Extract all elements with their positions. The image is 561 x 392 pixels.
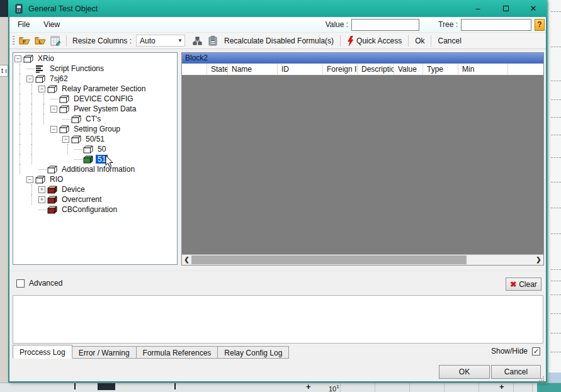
expand-icon[interactable]: + — [38, 186, 45, 193]
tree-item-label: 7sj62 — [48, 74, 70, 83]
menu-file[interactable]: File — [12, 18, 35, 31]
script-icon — [35, 65, 45, 73]
tree-item-50[interactable]: 50 — [14, 144, 176, 154]
collapse-icon[interactable]: − — [50, 126, 57, 133]
scroll-right-arrow-icon[interactable]: ❯ — [534, 255, 543, 265]
grid-sheet-icon[interactable] — [50, 36, 61, 46]
show-hide-checkbox[interactable]: ✓ — [532, 347, 540, 356]
tree-item-script-functions[interactable]: Script Functions — [14, 64, 176, 74]
grid-line — [375, 383, 375, 392]
column-header-description[interactable]: Description — [358, 64, 394, 75]
tab-proccess-log[interactable]: Proccess Log — [13, 345, 72, 359]
scrollbar-thumb[interactable] — [191, 255, 467, 264]
tree-item-label: 50 — [96, 145, 108, 154]
scroll-left-arrow-icon[interactable]: ❮ — [182, 255, 191, 265]
column-header-value[interactable]: Value — [394, 64, 423, 75]
collapse-icon[interactable]: − — [38, 86, 45, 92]
tree-item-xrio[interactable]: −XRio — [14, 53, 176, 64]
cube-red-icon — [47, 186, 57, 194]
tab-relay-config-log[interactable]: Relay Config Log — [218, 346, 289, 359]
tree-item-50-51[interactable]: −50/51 — [14, 134, 176, 144]
tree-item-device[interactable]: +Device — [14, 184, 176, 194]
column-header-id[interactable]: ID — [278, 64, 323, 75]
cube-outline-icon — [59, 105, 69, 113]
screen: t ı 101 + + General Test Object – ✕ File… — [0, 0, 561, 392]
clear-button[interactable]: ✖ Clear — [506, 277, 541, 291]
value-label: Value : — [326, 20, 348, 29]
cube-outline-icon — [23, 55, 33, 63]
resize-grip[interactable] — [538, 376, 545, 382]
toolbar-cancel-button[interactable]: Cancel — [436, 35, 462, 47]
tree-indent — [20, 104, 26, 114]
tree-indent — [38, 124, 50, 134]
tree-item-pwer-system-data[interactable]: −Pwer System Data — [14, 104, 176, 114]
collapse-icon[interactable]: − — [26, 76, 33, 82]
background-grid-line — [551, 11, 561, 12]
tree-indent — [31, 114, 38, 124]
tree-item-cbconfiguration[interactable]: CBConfiguration — [14, 204, 176, 215]
advanced-checkbox[interactable] — [16, 279, 25, 288]
quick-access-button[interactable]: Quick Access — [346, 35, 403, 47]
tree-item-overcurrent[interactable]: +Overcurrent — [14, 194, 176, 204]
close-button[interactable]: ✕ — [519, 0, 547, 17]
column-header-min[interactable]: Min — [458, 64, 508, 75]
tab-error-warning[interactable]: Error / Warning — [72, 346, 137, 359]
grid-line — [479, 383, 479, 392]
grid-line — [444, 383, 445, 392]
tree-indent — [67, 144, 74, 154]
minimize-button[interactable]: – — [464, 0, 492, 17]
cube-outline-icon — [47, 165, 57, 174]
tree-connector — [26, 69, 35, 69]
log-output[interactable] — [13, 295, 543, 344]
horizontal-scrollbar[interactable]: ❮ ❯ — [182, 254, 543, 265]
table-body[interactable] — [182, 76, 543, 254]
cancel-button[interactable]: Cancel — [491, 365, 541, 379]
maximize-button[interactable] — [492, 0, 519, 17]
block-header: Block2 — [182, 53, 543, 64]
tree-indent — [62, 154, 74, 164]
open-folder-f-icon[interactable]: F — [19, 36, 30, 45]
toolbar-grip[interactable] — [13, 36, 14, 46]
collapse-icon[interactable]: − — [14, 55, 21, 62]
menu-bar: File View Value : Tree : ? — [9, 17, 546, 33]
column-header-name[interactable]: Name — [228, 64, 278, 75]
clipboard-calculator-icon[interactable] — [208, 36, 218, 46]
tree-input[interactable] — [461, 19, 531, 31]
cube-outline-icon — [59, 125, 69, 133]
collapse-icon[interactable]: − — [62, 136, 69, 143]
tree-indent — [26, 164, 38, 174]
column-header-state[interactable]: State — [207, 64, 228, 75]
recalculate-label: Recalculate Disabled Formula(s) — [224, 36, 334, 45]
tab-formula-references[interactable]: Formula References — [137, 346, 218, 359]
recalculate-button[interactable]: Recalculate Disabled Formula(s) — [223, 35, 335, 47]
expand-icon[interactable]: + — [38, 196, 45, 203]
tree-item-device-config[interactable]: DEVICE CONFIG — [14, 94, 176, 104]
tree-item-relay-parameter-section[interactable]: −Relay Parameter Section — [14, 84, 176, 94]
ok-button[interactable]: OK — [439, 365, 490, 379]
sitemap-icon[interactable] — [193, 36, 202, 45]
help-button[interactable]: ? — [535, 19, 545, 31]
collapse-icon[interactable]: − — [50, 106, 57, 113]
open-folder-l-icon[interactable]: L — [35, 36, 46, 45]
value-input[interactable] — [351, 19, 419, 31]
column-header-foreign-id[interactable]: Foreign ID — [323, 64, 358, 75]
column-header-type[interactable]: Type — [423, 64, 458, 75]
collapse-icon[interactable]: − — [26, 176, 33, 183]
tree-connector — [50, 99, 59, 99]
tree-item-7sj62[interactable]: −7sj62 — [14, 74, 176, 84]
toolbar-ok-label: Ok — [415, 36, 424, 45]
tree-item-rio[interactable]: −RIO — [14, 174, 176, 184]
resize-columns-select[interactable]: Auto ▼ — [136, 35, 185, 47]
menu-view[interactable]: View — [38, 18, 65, 31]
tree-item-51[interactable]: 51 — [14, 154, 176, 164]
column-header-blank[interactable] — [182, 64, 207, 75]
background-grid-line — [551, 269, 561, 270]
tree-item-ct-s[interactable]: CT's — [14, 114, 176, 124]
toolbar-ok-button[interactable]: Ok — [414, 35, 426, 47]
tree-indent — [20, 74, 26, 84]
background-grid-line — [551, 208, 561, 208]
mouse-cursor — [105, 155, 113, 168]
column-header-filler — [508, 64, 543, 75]
tree-item-setting-group[interactable]: −Setting Group — [14, 124, 176, 134]
tree-item-additional-information[interactable]: Additional Information — [14, 164, 176, 174]
